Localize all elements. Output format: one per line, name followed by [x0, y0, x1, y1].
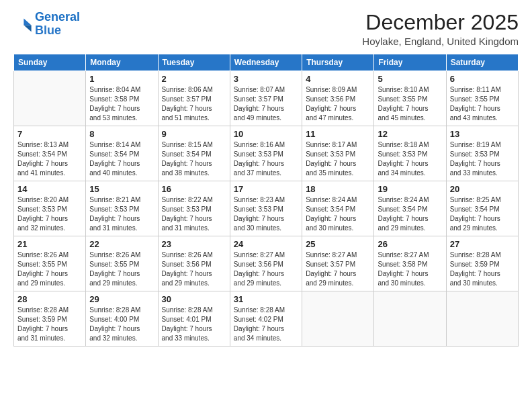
- day-info: Sunrise: 8:06 AMSunset: 3:57 PMDaylight:…: [162, 85, 226, 123]
- calendar-cell: 16Sunrise: 8:22 AMSunset: 3:53 PMDayligh…: [158, 181, 230, 236]
- calendar-cell: 26Sunrise: 8:27 AMSunset: 3:58 PMDayligh…: [374, 236, 446, 291]
- day-info: Sunrise: 8:10 AMSunset: 3:55 PMDaylight:…: [378, 85, 442, 123]
- page: General Blue December 2025 Hoylake, Engl…: [0, 0, 532, 411]
- day-info: Sunrise: 8:27 AMSunset: 3:56 PMDaylight:…: [234, 250, 298, 288]
- day-number: 13: [450, 129, 515, 139]
- calendar-day-header: Saturday: [446, 54, 518, 71]
- day-number: 7: [17, 129, 82, 139]
- calendar-week-row: 7Sunrise: 8:13 AMSunset: 3:54 PMDaylight…: [14, 126, 519, 181]
- day-info: Sunrise: 8:11 AMSunset: 3:55 PMDaylight:…: [450, 85, 515, 123]
- day-number: 21: [17, 239, 82, 249]
- day-info: Sunrise: 8:14 AMSunset: 3:54 PMDaylight:…: [89, 140, 154, 178]
- day-number: 1: [89, 74, 154, 84]
- day-number: 2: [162, 74, 226, 84]
- day-info: Sunrise: 8:28 AMSunset: 4:01 PMDaylight:…: [162, 306, 226, 343]
- calendar-day-header: Monday: [86, 54, 158, 71]
- day-number: 6: [450, 74, 515, 84]
- calendar-cell: 15Sunrise: 8:21 AMSunset: 3:53 PMDayligh…: [86, 181, 158, 236]
- logo-line1: General: [35, 10, 80, 24]
- subtitle: Hoylake, England, United Kingdom: [362, 36, 519, 47]
- calendar-cell: 27Sunrise: 8:28 AMSunset: 3:59 PMDayligh…: [446, 236, 518, 291]
- day-info: Sunrise: 8:17 AMSunset: 3:53 PMDaylight:…: [306, 140, 370, 178]
- calendar-cell: 7Sunrise: 8:13 AMSunset: 3:54 PMDaylight…: [14, 126, 86, 181]
- day-info: Sunrise: 8:27 AMSunset: 3:58 PMDaylight:…: [378, 250, 442, 288]
- day-info: Sunrise: 8:04 AMSunset: 3:58 PMDaylight:…: [89, 85, 154, 123]
- calendar-cell: 19Sunrise: 8:24 AMSunset: 3:54 PMDayligh…: [374, 181, 446, 236]
- day-number: 28: [17, 294, 82, 304]
- day-number: 14: [17, 184, 82, 194]
- day-number: 8: [89, 129, 154, 139]
- calendar-day-header: Friday: [374, 54, 446, 71]
- calendar-cell: 9Sunrise: 8:15 AMSunset: 3:54 PMDaylight…: [158, 126, 230, 181]
- calendar-cell: 24Sunrise: 8:27 AMSunset: 3:56 PMDayligh…: [230, 236, 302, 291]
- calendar-cell: 2Sunrise: 8:06 AMSunset: 3:57 PMDaylight…: [158, 71, 230, 126]
- day-number: 30: [162, 294, 226, 304]
- day-number: 26: [378, 239, 442, 249]
- day-number: 12: [378, 129, 442, 139]
- logo-icon: [13, 15, 32, 34]
- day-info: Sunrise: 8:24 AMSunset: 3:54 PMDaylight:…: [306, 195, 370, 233]
- calendar-day-header: Thursday: [302, 54, 374, 71]
- calendar-cell: 11Sunrise: 8:17 AMSunset: 3:53 PMDayligh…: [302, 126, 374, 181]
- day-number: 5: [378, 74, 442, 84]
- calendar-cell: 14Sunrise: 8:20 AMSunset: 3:53 PMDayligh…: [14, 181, 86, 236]
- title-block: December 2025 Hoylake, England, United K…: [362, 11, 519, 47]
- calendar-cell: 28Sunrise: 8:28 AMSunset: 3:59 PMDayligh…: [14, 291, 86, 347]
- day-info: Sunrise: 8:25 AMSunset: 3:54 PMDaylight:…: [450, 195, 515, 233]
- calendar-cell: 8Sunrise: 8:14 AMSunset: 3:54 PMDaylight…: [86, 126, 158, 181]
- day-info: Sunrise: 8:26 AMSunset: 3:55 PMDaylight:…: [89, 250, 154, 288]
- day-number: 18: [306, 184, 370, 194]
- calendar-cell: 31Sunrise: 8:28 AMSunset: 4:02 PMDayligh…: [230, 291, 302, 347]
- day-number: 3: [234, 74, 298, 84]
- calendar-cell: 13Sunrise: 8:19 AMSunset: 3:53 PMDayligh…: [446, 126, 518, 181]
- calendar-week-row: 14Sunrise: 8:20 AMSunset: 3:53 PMDayligh…: [14, 181, 519, 236]
- day-number: 16: [162, 184, 226, 194]
- calendar-cell: 5Sunrise: 8:10 AMSunset: 3:55 PMDaylight…: [374, 71, 446, 126]
- day-number: 25: [306, 239, 370, 249]
- calendar-cell: 12Sunrise: 8:18 AMSunset: 3:53 PMDayligh…: [374, 126, 446, 181]
- day-number: 31: [234, 294, 298, 304]
- day-number: 19: [378, 184, 442, 194]
- day-number: 4: [306, 74, 370, 84]
- day-number: 23: [162, 239, 226, 249]
- day-info: Sunrise: 8:28 AMSunset: 4:02 PMDaylight:…: [234, 306, 298, 343]
- day-info: Sunrise: 8:28 AMSunset: 3:59 PMDaylight:…: [450, 250, 515, 288]
- day-info: Sunrise: 8:22 AMSunset: 3:53 PMDaylight:…: [162, 195, 226, 233]
- calendar-day-header: Tuesday: [158, 54, 230, 71]
- calendar-day-header: Sunday: [14, 54, 86, 71]
- calendar-day-header: Wednesday: [230, 54, 302, 71]
- calendar-cell: 3Sunrise: 8:07 AMSunset: 3:57 PMDaylight…: [230, 71, 302, 126]
- day-info: Sunrise: 8:07 AMSunset: 3:57 PMDaylight:…: [234, 85, 298, 123]
- calendar-cell: 21Sunrise: 8:26 AMSunset: 3:55 PMDayligh…: [14, 236, 86, 291]
- day-info: Sunrise: 8:28 AMSunset: 3:59 PMDaylight:…: [17, 306, 82, 343]
- calendar: SundayMondayTuesdayWednesdayThursdayFrid…: [13, 54, 519, 347]
- calendar-cell: 20Sunrise: 8:25 AMSunset: 3:54 PMDayligh…: [446, 181, 518, 236]
- day-info: Sunrise: 8:16 AMSunset: 3:53 PMDaylight:…: [234, 140, 298, 178]
- calendar-cell: 1Sunrise: 8:04 AMSunset: 3:58 PMDaylight…: [86, 71, 158, 126]
- day-info: Sunrise: 8:20 AMSunset: 3:53 PMDaylight:…: [17, 195, 82, 233]
- calendar-cell: 29Sunrise: 8:28 AMSunset: 4:00 PMDayligh…: [86, 291, 158, 347]
- calendar-cell: [446, 291, 518, 347]
- day-number: 20: [450, 184, 515, 194]
- day-info: Sunrise: 8:26 AMSunset: 3:56 PMDaylight:…: [162, 250, 226, 288]
- day-number: 29: [89, 294, 154, 304]
- calendar-cell: 25Sunrise: 8:27 AMSunset: 3:57 PMDayligh…: [302, 236, 374, 291]
- day-info: Sunrise: 8:19 AMSunset: 3:53 PMDaylight:…: [450, 140, 515, 178]
- calendar-cell: 22Sunrise: 8:26 AMSunset: 3:55 PMDayligh…: [86, 236, 158, 291]
- header: General Blue December 2025 Hoylake, Engl…: [13, 11, 519, 47]
- day-number: 27: [450, 239, 515, 249]
- svg-marker-1: [24, 25, 31, 32]
- logo-line2: Blue: [35, 24, 80, 38]
- day-number: 15: [89, 184, 154, 194]
- day-number: 22: [89, 239, 154, 249]
- day-number: 17: [234, 184, 298, 194]
- day-info: Sunrise: 8:13 AMSunset: 3:54 PMDaylight:…: [17, 140, 82, 178]
- calendar-cell: [374, 291, 446, 347]
- calendar-cell: 23Sunrise: 8:26 AMSunset: 3:56 PMDayligh…: [158, 236, 230, 291]
- calendar-week-row: 28Sunrise: 8:28 AMSunset: 3:59 PMDayligh…: [14, 291, 519, 347]
- calendar-cell: 17Sunrise: 8:23 AMSunset: 3:53 PMDayligh…: [230, 181, 302, 236]
- calendar-header-row: SundayMondayTuesdayWednesdayThursdayFrid…: [14, 54, 519, 71]
- calendar-cell: [302, 291, 374, 347]
- day-info: Sunrise: 8:18 AMSunset: 3:53 PMDaylight:…: [378, 140, 442, 178]
- day-info: Sunrise: 8:23 AMSunset: 3:53 PMDaylight:…: [234, 195, 298, 233]
